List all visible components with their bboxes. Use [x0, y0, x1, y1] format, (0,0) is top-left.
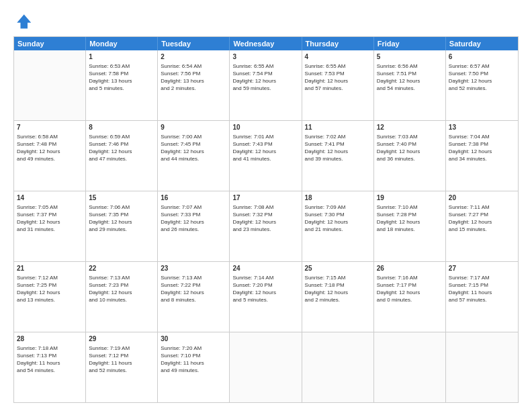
header-day-friday: Friday	[374, 37, 446, 50]
day-number: 2	[161, 52, 226, 62]
week-row-0: 1Sunrise: 6:53 AM Sunset: 7:58 PM Daylig…	[14, 50, 518, 121]
day-cell-13: 13Sunrise: 7:04 AM Sunset: 7:38 PM Dayli…	[446, 121, 518, 191]
day-number: 15	[89, 193, 154, 203]
day-info: Sunrise: 7:11 AM Sunset: 7:27 PM Dayligh…	[449, 203, 515, 234]
day-number: 30	[161, 334, 226, 344]
day-info: Sunrise: 6:56 AM Sunset: 7:51 PM Dayligh…	[377, 62, 443, 93]
day-number: 18	[305, 193, 371, 203]
day-cell-22: 22Sunrise: 7:13 AM Sunset: 7:23 PM Dayli…	[86, 262, 158, 332]
day-cell-empty	[14, 50, 86, 120]
day-number: 3	[232, 52, 298, 62]
day-cell-18: 18Sunrise: 7:09 AM Sunset: 7:30 PM Dayli…	[302, 191, 374, 261]
day-cell-empty	[446, 332, 518, 402]
day-info: Sunrise: 7:14 AM Sunset: 7:20 PM Dayligh…	[232, 274, 298, 304]
day-cell-3: 3Sunrise: 6:55 AM Sunset: 7:54 PM Daylig…	[230, 50, 302, 120]
header-day-sunday: Sunday	[14, 37, 86, 50]
day-info: Sunrise: 7:03 AM Sunset: 7:40 PM Dayligh…	[377, 133, 443, 163]
day-cell-15: 15Sunrise: 7:06 AM Sunset: 7:35 PM Dayli…	[86, 191, 158, 261]
day-info: Sunrise: 6:57 AM Sunset: 7:50 PM Dayligh…	[449, 62, 515, 93]
day-cell-27: 27Sunrise: 7:17 AM Sunset: 7:15 PM Dayli…	[446, 262, 518, 332]
day-info: Sunrise: 7:15 AM Sunset: 7:18 PM Dayligh…	[305, 274, 371, 304]
header	[13, 12, 519, 31]
day-cell-21: 21Sunrise: 7:12 AM Sunset: 7:25 PM Dayli…	[14, 262, 86, 332]
day-cell-5: 5Sunrise: 6:56 AM Sunset: 7:51 PM Daylig…	[374, 50, 446, 120]
day-cell-empty	[374, 332, 446, 402]
day-number: 17	[232, 193, 298, 203]
day-cell-24: 24Sunrise: 7:14 AM Sunset: 7:20 PM Dayli…	[230, 262, 302, 332]
day-info: Sunrise: 7:06 AM Sunset: 7:35 PM Dayligh…	[89, 203, 154, 234]
day-number: 24	[232, 264, 298, 273]
day-cell-2: 2Sunrise: 6:54 AM Sunset: 7:56 PM Daylig…	[158, 50, 230, 120]
day-number: 5	[377, 52, 443, 62]
day-number: 8	[89, 123, 154, 132]
day-info: Sunrise: 7:01 AM Sunset: 7:43 PM Dayligh…	[232, 133, 298, 163]
header-day-tuesday: Tuesday	[158, 37, 230, 50]
day-number: 10	[232, 123, 298, 132]
week-row-4: 28Sunrise: 7:18 AM Sunset: 7:13 PM Dayli…	[14, 332, 518, 402]
day-cell-29: 29Sunrise: 7:19 AM Sunset: 7:12 PM Dayli…	[86, 332, 158, 402]
day-cell-14: 14Sunrise: 7:05 AM Sunset: 7:37 PM Dayli…	[14, 191, 86, 261]
day-info: Sunrise: 7:16 AM Sunset: 7:17 PM Dayligh…	[377, 274, 443, 304]
day-info: Sunrise: 7:08 AM Sunset: 7:32 PM Dayligh…	[232, 203, 298, 234]
day-number: 1	[89, 52, 154, 62]
day-number: 12	[377, 123, 443, 132]
header-day-monday: Monday	[86, 37, 158, 50]
calendar: SundayMondayTuesdayWednesdayThursdayFrid…	[13, 36, 519, 403]
day-info: Sunrise: 6:59 AM Sunset: 7:46 PM Dayligh…	[89, 133, 154, 163]
day-number: 16	[161, 193, 226, 203]
svg-marker-0	[17, 15, 31, 29]
day-number: 4	[305, 52, 371, 62]
day-cell-23: 23Sunrise: 7:13 AM Sunset: 7:22 PM Dayli…	[158, 262, 230, 332]
day-info: Sunrise: 7:02 AM Sunset: 7:41 PM Dayligh…	[305, 133, 371, 163]
header-day-saturday: Saturday	[446, 37, 518, 50]
day-number: 25	[305, 264, 371, 273]
day-number: 27	[449, 264, 515, 273]
day-info: Sunrise: 6:54 AM Sunset: 7:56 PM Dayligh…	[161, 62, 226, 93]
day-cell-25: 25Sunrise: 7:15 AM Sunset: 7:18 PM Dayli…	[302, 262, 374, 332]
day-number: 9	[161, 123, 226, 132]
day-info: Sunrise: 7:20 AM Sunset: 7:10 PM Dayligh…	[161, 345, 226, 375]
day-number: 21	[17, 264, 83, 273]
day-cell-7: 7Sunrise: 6:58 AM Sunset: 7:48 PM Daylig…	[14, 121, 86, 191]
week-row-1: 7Sunrise: 6:58 AM Sunset: 7:48 PM Daylig…	[14, 121, 518, 191]
day-number: 29	[89, 334, 154, 344]
day-cell-20: 20Sunrise: 7:11 AM Sunset: 7:27 PM Dayli…	[446, 191, 518, 261]
day-number: 28	[17, 334, 83, 344]
day-info: Sunrise: 7:19 AM Sunset: 7:12 PM Dayligh…	[89, 345, 154, 375]
day-number: 14	[17, 193, 83, 203]
day-cell-19: 19Sunrise: 7:10 AM Sunset: 7:28 PM Dayli…	[374, 191, 446, 261]
day-cell-17: 17Sunrise: 7:08 AM Sunset: 7:32 PM Dayli…	[230, 191, 302, 261]
day-cell-empty	[302, 332, 374, 402]
day-number: 22	[89, 264, 154, 273]
day-info: Sunrise: 7:00 AM Sunset: 7:45 PM Dayligh…	[161, 133, 226, 163]
day-number: 11	[305, 123, 371, 132]
day-number: 13	[449, 123, 515, 132]
calendar-header: SundayMondayTuesdayWednesdayThursdayFrid…	[14, 37, 518, 50]
day-info: Sunrise: 7:07 AM Sunset: 7:33 PM Dayligh…	[161, 203, 226, 234]
day-info: Sunrise: 7:10 AM Sunset: 7:28 PM Dayligh…	[377, 203, 443, 234]
logo	[13, 12, 34, 31]
day-cell-26: 26Sunrise: 7:16 AM Sunset: 7:17 PM Dayli…	[374, 262, 446, 332]
day-info: Sunrise: 7:17 AM Sunset: 7:15 PM Dayligh…	[449, 274, 515, 304]
day-number: 23	[161, 264, 226, 273]
day-info: Sunrise: 7:05 AM Sunset: 7:37 PM Dayligh…	[17, 203, 83, 234]
day-info: Sunrise: 7:13 AM Sunset: 7:23 PM Dayligh…	[89, 274, 154, 304]
day-number: 20	[449, 193, 515, 203]
week-row-2: 14Sunrise: 7:05 AM Sunset: 7:37 PM Dayli…	[14, 191, 518, 262]
day-number: 26	[377, 264, 443, 273]
day-info: Sunrise: 7:12 AM Sunset: 7:25 PM Dayligh…	[17, 274, 83, 304]
logo-icon	[13, 12, 32, 31]
day-cell-16: 16Sunrise: 7:07 AM Sunset: 7:33 PM Dayli…	[158, 191, 230, 261]
day-info: Sunrise: 6:58 AM Sunset: 7:48 PM Dayligh…	[17, 133, 83, 163]
day-cell-11: 11Sunrise: 7:02 AM Sunset: 7:41 PM Dayli…	[302, 121, 374, 191]
week-row-3: 21Sunrise: 7:12 AM Sunset: 7:25 PM Dayli…	[14, 262, 518, 332]
day-info: Sunrise: 7:18 AM Sunset: 7:13 PM Dayligh…	[17, 345, 83, 375]
day-number: 19	[377, 193, 443, 203]
day-cell-4: 4Sunrise: 6:55 AM Sunset: 7:53 PM Daylig…	[302, 50, 374, 120]
day-cell-9: 9Sunrise: 7:00 AM Sunset: 7:45 PM Daylig…	[158, 121, 230, 191]
day-cell-empty	[230, 332, 302, 402]
day-cell-6: 6Sunrise: 6:57 AM Sunset: 7:50 PM Daylig…	[446, 50, 518, 120]
day-number: 6	[449, 52, 515, 62]
day-info: Sunrise: 7:09 AM Sunset: 7:30 PM Dayligh…	[305, 203, 371, 234]
calendar-body: 1Sunrise: 6:53 AM Sunset: 7:58 PM Daylig…	[14, 50, 518, 402]
